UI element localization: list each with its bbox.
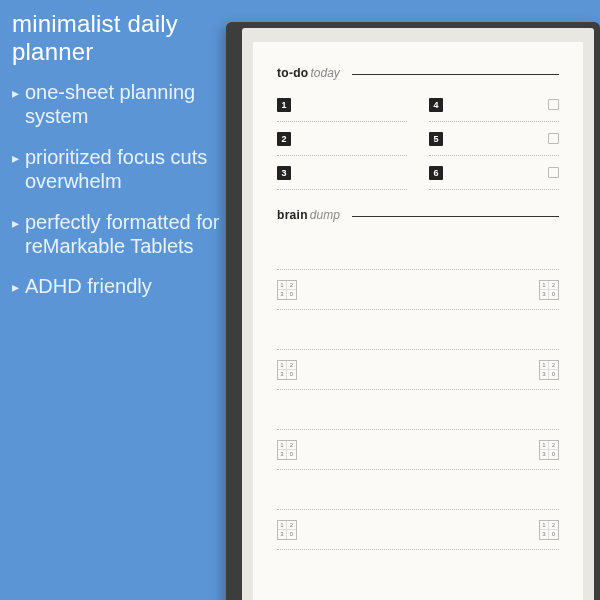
priority-number-box: 5 bbox=[429, 132, 443, 146]
checkbox-icon bbox=[548, 167, 559, 178]
header-rule bbox=[352, 74, 559, 75]
priority-quad-icon: 1230 bbox=[277, 440, 297, 460]
priority-number-box: 1 bbox=[277, 98, 291, 112]
priority-number-box: 3 bbox=[277, 166, 291, 180]
bullet-item: ▸ perfectly formatted for reMarkable Tab… bbox=[12, 210, 222, 259]
todo-item-4: 4 bbox=[429, 88, 559, 122]
chevron-right-icon: ▸ bbox=[12, 83, 19, 103]
bullet-text: perfectly formatted for reMarkable Table… bbox=[25, 210, 222, 259]
priority-quad-icon: 1230 bbox=[277, 520, 297, 540]
priority-number-box: 2 bbox=[277, 132, 291, 146]
dump-row: 1230 1230 bbox=[277, 270, 559, 310]
todo-label-light: today bbox=[310, 66, 339, 80]
dump-row: 1230 1230 bbox=[277, 430, 559, 470]
bullet-text: prioritized focus cuts overwhelm bbox=[25, 145, 222, 194]
priority-number-box: 4 bbox=[429, 98, 443, 112]
todo-item-5: 5 bbox=[429, 122, 559, 156]
todo-item-1: 1 bbox=[277, 88, 407, 122]
priority-quad-icon: 1230 bbox=[277, 280, 297, 300]
braindump-rows: 1230 1230 1230 1230 1230 1230 bbox=[277, 230, 559, 550]
dump-row: 1230 1230 bbox=[277, 470, 559, 510]
todo-item-3: 3 bbox=[277, 156, 407, 190]
chevron-right-icon: ▸ bbox=[12, 213, 19, 233]
priority-quad-icon: 1230 bbox=[539, 280, 559, 300]
headline: minimalist daily planner bbox=[12, 10, 222, 66]
bullet-item: ▸ prioritized focus cuts overwhelm bbox=[12, 145, 222, 194]
chevron-right-icon: ▸ bbox=[12, 148, 19, 168]
todo-label-bold: to-do bbox=[277, 66, 308, 80]
braindump-label-bold: brain bbox=[277, 208, 308, 222]
tablet-mockup: to-do today 1 4 2 5 bbox=[226, 22, 600, 600]
todo-grid: 1 4 2 5 3 bbox=[277, 88, 559, 190]
todo-item-6: 6 bbox=[429, 156, 559, 190]
bullet-item: ▸ one-sheet planning system bbox=[12, 80, 222, 129]
dump-row: 1230 1230 bbox=[277, 510, 559, 550]
priority-quad-icon: 1230 bbox=[539, 520, 559, 540]
chevron-right-icon: ▸ bbox=[12, 277, 19, 297]
tablet-bezel: to-do today 1 4 2 5 bbox=[242, 28, 594, 600]
bullet-item: ▸ ADHD friendly bbox=[12, 274, 222, 298]
dump-row: 1230 1230 bbox=[277, 230, 559, 270]
priority-quad-icon: 1230 bbox=[539, 440, 559, 460]
todo-section-header: to-do today bbox=[277, 66, 559, 80]
priority-number-box: 6 bbox=[429, 166, 443, 180]
feature-bullet-list: ▸ one-sheet planning system ▸ prioritize… bbox=[12, 80, 222, 299]
priority-quad-icon: 1230 bbox=[277, 360, 297, 380]
todo-item-2: 2 bbox=[277, 122, 407, 156]
bullet-text: one-sheet planning system bbox=[25, 80, 222, 129]
braindump-label-light: dump bbox=[310, 208, 340, 222]
checkbox-icon bbox=[548, 99, 559, 110]
dump-row: 1230 1230 bbox=[277, 390, 559, 430]
header-rule bbox=[352, 216, 559, 217]
dump-row: 1230 1230 bbox=[277, 310, 559, 350]
promo-text-column: minimalist daily planner ▸ one-sheet pla… bbox=[12, 10, 222, 315]
planner-page: to-do today 1 4 2 5 bbox=[253, 42, 583, 600]
dump-row: 1230 1230 bbox=[277, 350, 559, 390]
braindump-section-header: brain dump bbox=[277, 208, 559, 222]
bullet-text: ADHD friendly bbox=[25, 274, 152, 298]
checkbox-icon bbox=[548, 133, 559, 144]
priority-quad-icon: 1230 bbox=[539, 360, 559, 380]
